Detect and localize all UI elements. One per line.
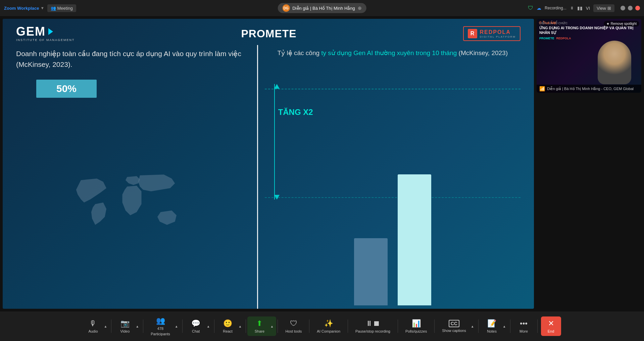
world-map-svg [68,166,196,240]
remove-spotlight-button[interactable]: ★ Remove spotlight [604,21,639,27]
end-button[interactable]: ✕ End [541,316,561,336]
slide-area: GEM INSTITUTE OF MANAGEMENT PROMETE R RE… [3,19,534,309]
ai-companion-button[interactable]: ✨ AI Companion [313,316,344,336]
notes-button[interactable]: 📝 Notes [482,316,502,336]
separator-4 [214,319,214,333]
speaker-name: Diễn giả | Bà Hồ Thị Minh Hằng - CEO, GE… [547,87,634,91]
pause-stop-label: Pause/stop recording [355,329,390,333]
video-group: 📷 Video ▲ [113,316,142,336]
audio-button[interactable]: 🎙 Audio [83,316,103,336]
chart-arrow-down [274,195,280,200]
spotlight-icon: ★ [606,22,609,26]
participants-arrow[interactable]: ▲ [174,322,179,331]
audio-icon: 🎙 [89,319,97,328]
right-title-suffix: (McKinsey, 2023) [457,49,508,56]
react-group: 🙂 React ▲ [216,316,245,336]
video-label: Video [120,329,130,333]
close-button[interactable] [635,6,640,10]
slide-background: GEM INSTITUTE OF MANAGEMENT PROMETE R RE… [3,19,534,309]
recording-label: Recording... [545,6,566,10]
minimize-button[interactable] [621,6,625,10]
separator-7 [309,319,309,333]
chart-arrow-up [274,84,280,89]
captions-label: Show captions [442,329,466,333]
cloud-icon: ☁ [537,5,541,11]
separator-6 [278,319,278,333]
share-arrow[interactable]: ▲ [269,322,274,331]
main-area: GEM INSTITUTE OF MANAGEMENT PROMETE R RE… [0,16,644,311]
speaker-overlay-event: ỨNG DỤNG AI TRONG DOANH NGHIỆP VÀ QUẢN T… [539,26,639,35]
audio-label: Audio [88,329,98,333]
host-tools-label: Host tools [285,329,302,333]
redpola-subtitle: DIGITAL PLATFORM [480,35,516,38]
chart-bar-after [398,174,431,305]
react-arrow[interactable]: ▲ [238,322,243,331]
captions-group: CC Show captions ▲ [436,317,477,335]
redpola-logo: R REDPOLA DIGITAL PLATFORM [463,26,521,41]
chat-button[interactable]: 💬 Chat [186,316,206,336]
polls-group: 📊 Polls/quizzes [399,316,433,336]
more-group: ••• More [512,316,536,336]
host-tools-icon: 🛡 [290,319,297,328]
presenter-avatar: DG [282,4,290,12]
host-tools-group: 🛡 Host tools [279,316,308,336]
chart-bar-before [354,238,388,305]
more-button[interactable]: ••• More [514,316,534,336]
slide-body: Doanh nghiệp toàn cầu đang tích cực áp d… [3,45,534,309]
meeting-icon: 👥 [51,6,56,11]
separator-12 [510,319,510,333]
chevron-down-icon[interactable]: ▾ [41,6,43,10]
captions-icon: CC [449,320,459,327]
recording-indicator: ⏱Trực tiếp [539,21,556,25]
lang-label[interactable]: VI [586,6,590,11]
pause-stop-recording-button[interactable]: ⏸⏹ Pause/stop recording [351,316,394,336]
title-bar: Zoom Workplace ▾ 👥 Meeting DG Diễn giả |… [0,0,644,16]
end-icon: ✕ [548,319,554,328]
notes-arrow[interactable]: ▲ [502,322,507,331]
gem-logo-text: GEM [16,26,75,38]
maximize-button[interactable] [628,6,633,10]
polls-icon: 📊 [412,319,421,328]
share-icon: ⬆ [256,319,262,328]
audio-arrow[interactable]: ▲ [103,322,108,331]
participants-icon: 👥 [156,316,165,325]
meeting-button[interactable]: 👥 Meeting [47,4,76,12]
participants-button[interactable]: 👥 478 Participants [147,314,174,339]
redpola-name: REDPOLA [480,29,516,35]
more-label: More [519,329,528,333]
chat-arrow[interactable]: ▲ [206,322,211,331]
polls-quizzes-button[interactable]: 📊 Polls/quizzes [401,316,431,336]
video-arrow[interactable]: ▲ [135,322,140,331]
view-button[interactable]: View ⊞ [593,4,614,12]
chat-label: Chat [192,329,200,333]
react-icon: 🙂 [223,319,232,328]
zoom-logo: Zoom Workplace ▾ [4,6,43,11]
right-panel: Tỷ lệ các công ty sử dụng Gen AI thường … [258,45,527,309]
video-button[interactable]: 📷 Video [115,316,135,336]
show-captions-button[interactable]: CC Show captions [438,317,470,335]
participants-count: 478 [157,327,163,331]
end-group: ✕ End [539,316,563,336]
notes-group: 📝 Notes ▲ [480,316,509,336]
more-options-icon[interactable]: ⊕ [358,5,362,11]
captions-arrow[interactable]: ▲ [470,322,475,331]
more-icon: ••• [520,319,528,328]
share-button[interactable]: ⬆ Share [249,316,269,336]
audio-group: 🎙 Audio ▲ [81,316,110,336]
arrow-line [274,84,275,200]
recording-group: ⏸⏹ Pause/stop recording [349,316,396,336]
gem-logo-subtitle: INSTITUTE OF MANAGEMENT [16,38,75,42]
speaker-background: DIỄN GIẢ TỔ CHỨC ỨNG DỤNG AI TRONG DOANH… [537,19,641,93]
host-tools-button[interactable]: 🛡 Host tools [281,316,306,336]
speaker-card: DIỄN GIẢ TỔ CHỨC ỨNG DỤNG AI TRONG DOANH… [537,19,641,93]
presenter-badge[interactable]: DG Diễn giả | Bà Hồ Thị Minh Hằng ⊕ [278,3,366,13]
left-text: Doanh nghiệp toàn cầu đang tích cực áp d… [16,48,248,70]
chat-group: 💬 Chat ▲ [184,316,213,336]
video-icon: 📷 [120,319,130,328]
slide-divider [257,45,258,309]
zoom-logo-text: Zoom Workplace [4,6,39,11]
react-button[interactable]: 🙂 React [218,316,238,336]
center-bar: DG Diễn giả | Bà Hồ Thị Minh Hằng ⊕ [278,3,366,13]
participants-group: 👥 478 Participants ▲ [145,314,181,339]
pause-icon[interactable]: ⏸ [570,6,574,10]
